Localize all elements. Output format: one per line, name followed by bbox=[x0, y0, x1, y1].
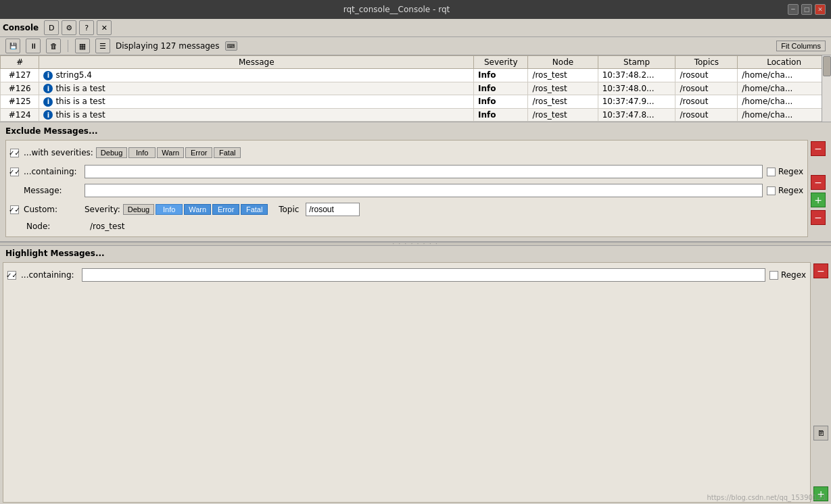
fit-columns-button[interactable]: Fit Columns bbox=[776, 41, 826, 51]
toolbar-save-btn[interactable]: 💾 bbox=[5, 39, 20, 53]
toolbar: Console D ⚙ ? ✕ bbox=[0, 19, 831, 37]
node-value: /ros_test bbox=[90, 222, 124, 231]
window-controls[interactable]: ─ □ ✕ bbox=[788, 4, 826, 15]
custom-info-btn[interactable]: Info bbox=[156, 204, 183, 215]
exclude-inner: ✓ ...with severities: Debug Info Warn Er… bbox=[5, 140, 808, 237]
severity-buttons: Debug Info Warn Error Fatal bbox=[96, 147, 241, 158]
severities-checkbox[interactable]: ✓ bbox=[10, 149, 19, 157]
highlight-regex-checkbox[interactable] bbox=[769, 271, 778, 280]
table-row[interactable]: #124 ithis is a test Info /ros_test 10:3… bbox=[1, 108, 831, 122]
custom-checkbox-area[interactable]: ✓ bbox=[10, 205, 24, 214]
cell-severity[interactable]: Info bbox=[474, 108, 528, 122]
highlight-checkbox[interactable]: ✓ bbox=[7, 271, 16, 280]
exclude-add-btn[interactable]: + bbox=[811, 193, 826, 207]
cell-severity[interactable]: Info bbox=[474, 82, 528, 95]
exclude-remove-btn-bottom[interactable]: − bbox=[811, 210, 826, 225]
toolbar-clear-btn[interactable]: 🗑 bbox=[46, 39, 61, 53]
cell-stamp: 10:37:48.2... bbox=[598, 69, 675, 82]
containing-checkbox-area[interactable]: ✓ bbox=[10, 168, 24, 176]
containing-input[interactable] bbox=[85, 165, 763, 178]
minimize-button[interactable]: ─ bbox=[788, 4, 799, 15]
message-table-container: # Message Severity Node Stamp Topics Loc… bbox=[0, 55, 831, 122]
sev-error-btn[interactable]: Error bbox=[185, 147, 212, 158]
scrollbar-thumb[interactable] bbox=[823, 56, 831, 76]
highlight-title: Highlight Messages... bbox=[0, 246, 831, 261]
col-header-message[interactable]: Message bbox=[39, 56, 474, 69]
sev-info-btn[interactable]: Info bbox=[128, 147, 156, 158]
custom-topic-label: Topic bbox=[279, 205, 306, 214]
status-bar: 💾 ⏸ 🗑 ▦ ☰ Displaying 127 messages ⌨ Fit … bbox=[0, 37, 831, 55]
node-label: Node: bbox=[26, 222, 87, 231]
cell-id: #124 bbox=[1, 108, 39, 122]
toolbar-close-btn[interactable]: ✕ bbox=[97, 20, 112, 35]
col-header-location[interactable]: Location bbox=[738, 56, 831, 69]
message-input[interactable] bbox=[85, 184, 763, 197]
watermark: https://blog.csdn.net/qq_15390133 bbox=[707, 494, 826, 501]
toolbar-help-btn[interactable]: ? bbox=[79, 20, 94, 35]
cell-stamp: 10:37:48.0... bbox=[598, 82, 675, 95]
containing-regex-checkbox[interactable] bbox=[767, 168, 776, 176]
cell-message: ithis is a test bbox=[39, 108, 474, 122]
containing-regex-label: Regex bbox=[778, 167, 803, 176]
content-area: # Message Severity Node Stamp Topics Loc… bbox=[0, 55, 831, 504]
toolbar-gear-icon[interactable]: ⚙ bbox=[62, 20, 76, 35]
sev-debug-btn[interactable]: Debug bbox=[96, 147, 127, 158]
col-header-id[interactable]: # bbox=[1, 56, 39, 69]
sev-warn-btn[interactable]: Warn bbox=[157, 147, 184, 158]
highlight-checkbox-area[interactable]: ✓ bbox=[7, 271, 21, 280]
cell-location: /home/cha... bbox=[738, 69, 831, 82]
cell-id: #126 bbox=[1, 82, 39, 95]
col-header-node[interactable]: Node bbox=[528, 56, 598, 69]
titlebar: rqt_console__Console - rqt ─ □ ✕ bbox=[0, 0, 831, 19]
col-header-stamp[interactable]: Stamp bbox=[598, 56, 675, 69]
close-button[interactable]: ✕ bbox=[815, 4, 826, 15]
cell-message: ithis is a test bbox=[39, 95, 474, 109]
exclude-side-buttons: − − + − bbox=[808, 140, 826, 237]
toolbar-settings-btn[interactable]: D bbox=[44, 20, 59, 35]
custom-error-btn[interactable]: Error bbox=[212, 204, 239, 215]
exclude-remove-btn-mid[interactable]: − bbox=[811, 175, 826, 190]
cell-severity[interactable]: Info bbox=[474, 95, 528, 109]
cell-location: /home/cha... bbox=[738, 82, 831, 95]
custom-debug-btn[interactable]: Debug bbox=[123, 204, 154, 215]
containing-checkbox[interactable]: ✓ bbox=[10, 168, 19, 176]
cell-topics: /rosout bbox=[675, 82, 738, 95]
highlight-containing-row: ✓ ...containing: Regex bbox=[7, 267, 806, 283]
custom-severity-label: Severity: bbox=[85, 205, 123, 214]
message-row: Message: Regex bbox=[10, 182, 803, 199]
cell-stamp: 10:37:47.8... bbox=[598, 108, 675, 122]
cell-severity[interactable]: Info bbox=[474, 69, 528, 82]
highlight-special-btn[interactable]: 🖹 bbox=[813, 426, 828, 440]
highlight-inner: ✓ ...containing: Regex − 🖹 bbox=[3, 262, 828, 503]
custom-severity-buttons: Debug Info Warn Error Fatal bbox=[123, 204, 268, 215]
toolbar-list-btn[interactable]: ☰ bbox=[95, 39, 110, 53]
toolbar-cols-btn[interactable]: ▦ bbox=[75, 39, 90, 53]
custom-fatal-btn[interactable]: Fatal bbox=[241, 204, 268, 215]
highlight-regex-label: Regex bbox=[781, 270, 806, 280]
window-title: rqt_console__Console - rqt bbox=[5, 5, 788, 14]
table-scrollbar[interactable] bbox=[822, 55, 831, 122]
main-window: Console D ⚙ ? ✕ 💾 ⏸ 🗑 ▦ ☰ Displaying 127… bbox=[0, 19, 831, 504]
highlight-containing-label: ...containing: bbox=[21, 270, 82, 280]
maximize-button[interactable]: □ bbox=[801, 4, 812, 15]
highlight-remove-btn[interactable]: − bbox=[813, 263, 828, 278]
cell-id: #127 bbox=[1, 69, 39, 82]
table-row[interactable]: #127 istring5.4 Info /ros_test 10:37:48.… bbox=[1, 69, 831, 82]
table-row[interactable]: #126 ithis is a test Info /ros_test 10:3… bbox=[1, 82, 831, 95]
sev-fatal-btn[interactable]: Fatal bbox=[214, 147, 241, 158]
toolbar-pause-btn[interactable]: ⏸ bbox=[26, 39, 41, 53]
exclude-remove-btn-top[interactable]: − bbox=[811, 141, 826, 156]
col-header-severity[interactable]: Severity bbox=[474, 56, 528, 69]
highlight-containing-input[interactable] bbox=[82, 268, 765, 282]
highlight-panel: ✓ ...containing: Regex bbox=[3, 262, 811, 503]
custom-topic-input[interactable] bbox=[306, 203, 360, 216]
severities-checkbox-area[interactable]: ✓ bbox=[10, 149, 24, 157]
col-header-topics[interactable]: Topics bbox=[675, 56, 738, 69]
cell-topics: /rosout bbox=[675, 108, 738, 122]
custom-checkbox[interactable]: ✓ bbox=[10, 205, 19, 214]
message-regex-checkbox[interactable] bbox=[767, 186, 776, 195]
table-row[interactable]: #125 ithis is a test Info /ros_test 10:3… bbox=[1, 95, 831, 109]
info-icon: i bbox=[43, 110, 53, 120]
custom-warn-btn[interactable]: Warn bbox=[184, 204, 211, 215]
highlight-section: Highlight Messages... ✓ ...containing: R… bbox=[0, 246, 831, 504]
